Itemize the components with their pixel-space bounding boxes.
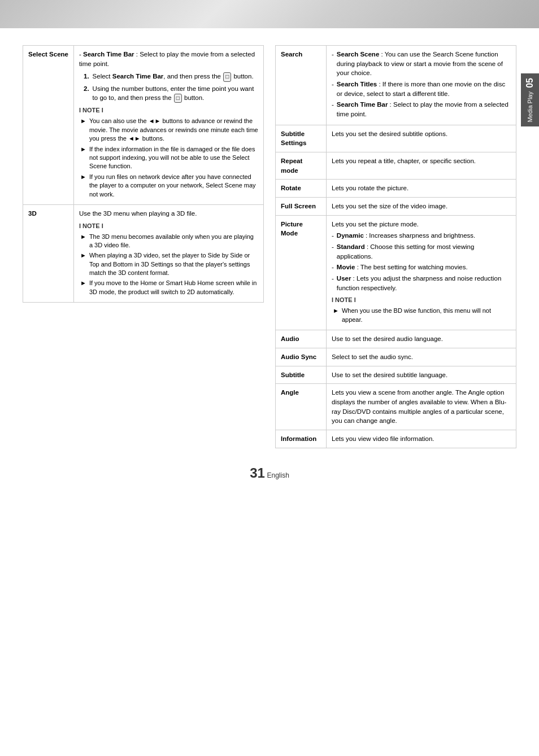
movie-item: - Movie : The best setting for watching … xyxy=(332,263,511,272)
repeat-mode-content: Lets you repeat a title, chapter, or spe… xyxy=(327,152,516,180)
step-2: 2. Using the number buttons, enter the t… xyxy=(84,84,258,103)
left-table-section: Select Scene - Search Time Bar : Select … xyxy=(23,45,264,448)
repeat-mode-label: Repeat mode xyxy=(276,152,327,180)
audio-sync-label: Audio Sync xyxy=(276,348,327,366)
audio-row: Audio Use to set the desired audio langu… xyxy=(276,330,516,348)
note-item-3: ► If you run files on network device aft… xyxy=(79,173,258,199)
search-titles-item: - Search Titles : If there is more than … xyxy=(332,80,511,98)
enter-button-icon: □ xyxy=(223,72,231,82)
subtitle-settings-label: Subtitle Settings xyxy=(276,125,327,152)
3d-note-2: ► When playing a 3D video, set the playe… xyxy=(79,251,258,277)
picture-mode-note-block: I NOTE I ► When you use the BD wise func… xyxy=(332,296,511,324)
angle-row: Angle Lets you view a scene from another… xyxy=(276,384,516,430)
language-label: English xyxy=(267,471,289,479)
chapter-number: 05 xyxy=(525,78,535,88)
3d-note-3: ► If you move to the Home or Smart Hub H… xyxy=(79,279,258,296)
enter-button-icon-2: □ xyxy=(174,94,182,103)
full-screen-row: Full Screen Lets you set the size of the… xyxy=(276,198,516,216)
picture-mode-intro: Lets you set the picture mode. xyxy=(332,220,511,229)
audio-content: Use to set the desired audio language. xyxy=(327,330,516,348)
select-scene-label: Select Scene xyxy=(23,46,74,205)
full-screen-label: Full Screen xyxy=(276,198,327,216)
rotate-row: Rotate Lets you rotate the picture. xyxy=(276,180,516,198)
picture-mode-row: Picture Mode Lets you set the picture mo… xyxy=(276,215,516,330)
page-number: 31 xyxy=(250,465,265,480)
search-scene-item: - Search Scene : You can use the Search … xyxy=(332,50,511,78)
picture-note-title: I NOTE I xyxy=(332,296,511,305)
search-time-bar-intro: - Search Time Bar : Select to play the m… xyxy=(79,50,258,68)
rotate-label: Rotate xyxy=(276,180,327,198)
note-title: I NOTE I xyxy=(79,106,258,115)
search-content: - Search Scene : You can use the Search … xyxy=(327,46,516,125)
search-row: Search - Search Scene : You can use the … xyxy=(276,46,516,125)
standard-item: - Standard : Choose this setting for mos… xyxy=(332,242,511,261)
audio-label: Audio xyxy=(276,330,327,348)
left-table: Select Scene - Search Time Bar : Select … xyxy=(23,45,264,303)
select-scene-note-block: I NOTE I ► You can also use the ◄► butto… xyxy=(79,106,258,198)
3d-note-block: I NOTE I ► The 3D menu becomes available… xyxy=(79,222,258,297)
side-tab: 05 Media Play xyxy=(521,73,539,126)
page-footer: 31 English xyxy=(23,465,516,481)
subtitle-label: Subtitle xyxy=(276,366,327,384)
subtitle-settings-content: Lets you set the desired subtitle option… xyxy=(327,125,516,152)
page: 05 Media Play Select Scene - Search Time… xyxy=(0,0,539,756)
picture-mode-label: Picture Mode xyxy=(276,215,327,330)
3d-content: Use the 3D menu when playing a 3D file. … xyxy=(74,204,264,302)
audio-sync-row: Audio Sync Select to set the audio sync. xyxy=(276,348,516,366)
step-1: 1. Select Search Time Bar, and then pres… xyxy=(84,72,258,81)
search-label: Search xyxy=(276,46,327,125)
table-row-3d: 3D Use the 3D menu when playing a 3D fil… xyxy=(23,204,264,302)
user-item: - User : Lets you adjust the sharpness a… xyxy=(332,274,511,292)
note-item-1: ► You can also use the ◄► buttons to adv… xyxy=(79,117,258,143)
angle-content: Lets you view a scene from another angle… xyxy=(327,384,516,430)
subtitle-content: Use to set the desired subtitle language… xyxy=(327,366,516,384)
search-timebar-item: - Search Time Bar : Select to play the m… xyxy=(332,100,511,119)
table-row: Select Scene - Search Time Bar : Select … xyxy=(23,46,264,205)
steps-list: 1. Select Search Time Bar, and then pres… xyxy=(84,72,258,103)
main-content: Select Scene - Search Time Bar : Select … xyxy=(23,45,516,448)
right-table: Search - Search Scene : You can use the … xyxy=(275,45,516,448)
information-label: Information xyxy=(276,430,327,448)
3d-label: 3D xyxy=(23,204,74,302)
right-table-section: Search - Search Scene : You can use the … xyxy=(275,45,516,448)
chapter-title: Media Play xyxy=(527,91,533,122)
information-content: Lets you view video file information. xyxy=(327,430,516,448)
subtitle-settings-row: Subtitle Settings Lets you set the desir… xyxy=(276,125,516,152)
information-row: Information Lets you view video file inf… xyxy=(276,430,516,448)
subtitle-row: Subtitle Use to set the desired subtitle… xyxy=(276,366,516,384)
note-item-2: ► If the index information in the file i… xyxy=(79,145,258,171)
full-screen-content: Lets you set the size of the video image… xyxy=(327,198,516,216)
angle-label: Angle xyxy=(276,384,327,430)
audio-sync-content: Select to set the audio sync. xyxy=(327,348,516,366)
dynamic-item: - Dynamic : Increases sharpness and brig… xyxy=(332,231,511,241)
3d-intro: Use the 3D menu when playing a 3D file. xyxy=(79,209,258,219)
picture-mode-content: Lets you set the picture mode. - Dynamic… xyxy=(327,215,516,330)
3d-note-title: I NOTE I xyxy=(79,222,258,231)
select-scene-content: - Search Time Bar : Select to play the m… xyxy=(74,46,264,205)
rotate-content: Lets you rotate the picture. xyxy=(327,180,516,198)
3d-note-1: ► The 3D menu becomes available only whe… xyxy=(79,233,258,250)
repeat-mode-row: Repeat mode Lets you repeat a title, cha… xyxy=(276,152,516,180)
top-decorative-bar xyxy=(0,0,539,28)
picture-note-1: ► When you use the BD wise function, thi… xyxy=(332,307,511,324)
